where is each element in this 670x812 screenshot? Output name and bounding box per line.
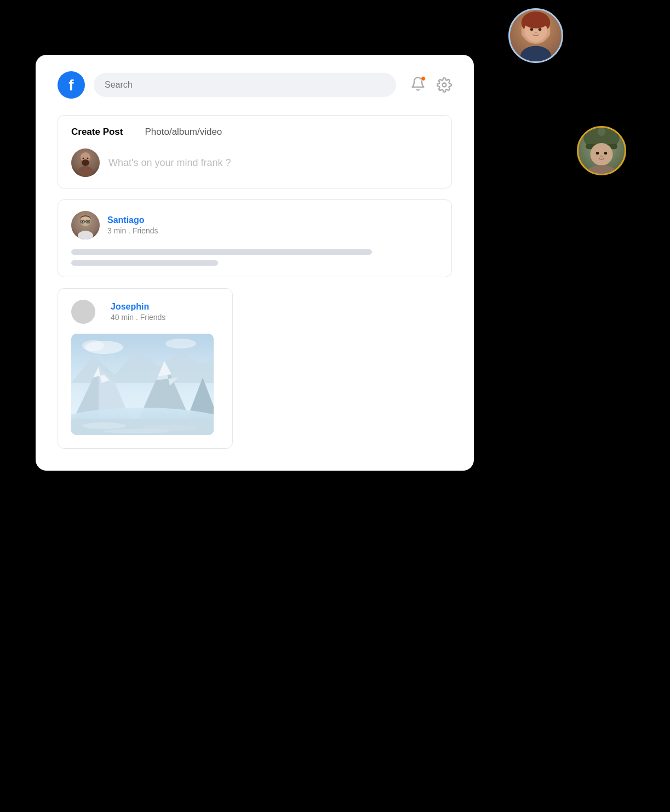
svg-point-42: [523, 12, 549, 28]
post-avatar-josephin: [71, 300, 95, 324]
frank-face-svg: [71, 148, 100, 177]
main-card: f Create Post Photo/album/video: [36, 55, 474, 471]
tab-photo-album-video[interactable]: Photo/album/video: [145, 127, 222, 138]
post-card-josephin: Josephin 40 min . Friends: [58, 288, 233, 449]
post-name-josephin[interactable]: Josephin: [111, 302, 165, 312]
post-meta-santiago: 3 min . Friends: [107, 226, 158, 235]
svg-point-47: [596, 152, 599, 155]
top-avatar-svg: [510, 10, 562, 61]
landscape-image: [71, 334, 214, 435]
post-header: Santiago 3 min . Friends: [71, 211, 438, 239]
post-user-info-josephin: Josephin 40 min . Friends: [111, 302, 165, 322]
post-placeholder[interactable]: What's on your mind frank ?: [108, 157, 231, 169]
post-card-santiago: Santiago 3 min . Friends: [58, 199, 452, 277]
svg-point-0: [443, 83, 446, 87]
post-meta-josephin: 40 min . Friends: [111, 313, 165, 322]
bell-wrapper[interactable]: [410, 76, 426, 94]
santiago-face-svg: [71, 211, 100, 239]
svg-point-51: [587, 165, 616, 174]
svg-point-39: [530, 28, 534, 31]
svg-point-43: [520, 46, 551, 61]
gear-icon[interactable]: [437, 77, 452, 93]
svg-point-6: [83, 158, 84, 159]
create-post-tabs: Create Post Photo/album/video: [71, 127, 438, 138]
post-user-info-santiago: Santiago 3 min . Friends: [107, 215, 158, 235]
post-avatar-santiago: [71, 211, 100, 239]
bottom-avatar-svg: [579, 128, 625, 174]
svg-point-15: [82, 221, 83, 222]
post-image-josephin: [71, 334, 214, 435]
svg-point-48: [604, 152, 608, 155]
floating-avatar-bottom[interactable]: [577, 126, 626, 175]
svg-point-16: [87, 221, 88, 222]
mountain-scene-svg: [71, 334, 214, 435]
svg-point-17: [78, 231, 93, 239]
notification-dot: [421, 76, 426, 81]
svg-point-29: [82, 422, 126, 429]
svg-point-7: [87, 158, 89, 159]
floating-avatar-top[interactable]: [508, 8, 563, 63]
post-header-josephin: Josephin 40 min . Friends: [71, 300, 219, 324]
svg-point-40: [539, 28, 542, 31]
svg-point-9: [82, 159, 89, 166]
fb-letter: f: [68, 78, 73, 93]
search-input[interactable]: [94, 73, 396, 97]
facebook-logo[interactable]: f: [58, 71, 85, 99]
create-post-input-area: What's on your mind frank ?: [71, 148, 438, 177]
svg-point-50: [598, 128, 606, 136]
header-icons: [410, 76, 452, 94]
svg-point-41: [535, 32, 537, 33]
user-avatar: [71, 148, 100, 177]
svg-point-49: [600, 156, 603, 157]
svg-point-31: [104, 429, 170, 433]
post-name-santiago[interactable]: Santiago: [107, 215, 158, 225]
content-line-2: [71, 260, 218, 266]
header: f: [58, 71, 452, 99]
svg-point-2: [78, 166, 93, 177]
create-post-card: Create Post Photo/album/video: [58, 115, 452, 188]
content-line-1: [71, 249, 372, 255]
post-content-lines: [71, 249, 438, 266]
svg-point-34: [165, 339, 196, 348]
svg-point-46: [590, 143, 612, 165]
svg-point-33: [82, 340, 104, 351]
tab-create-post[interactable]: Create Post: [71, 127, 123, 138]
